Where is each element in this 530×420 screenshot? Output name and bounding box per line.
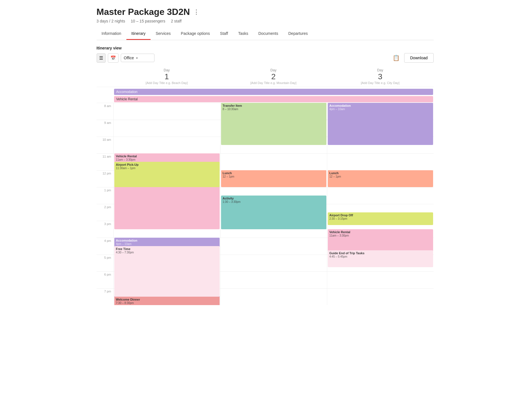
day-num-2: 2 xyxy=(220,72,327,81)
time-label: 4 pm xyxy=(97,238,113,255)
time-header-spacer xyxy=(97,68,113,85)
event-title: Transfer Item xyxy=(223,104,325,107)
calendar-icon: 📅 xyxy=(110,55,116,61)
all-day-section: Accomodation Vehicle Rental xyxy=(97,88,434,103)
time-row-bg xyxy=(220,238,327,255)
day2-col: Transfer Item8 – 10:30amLunch12 – 1pmAct… xyxy=(220,103,327,305)
time-label: 5 pm xyxy=(97,255,113,271)
day-subtitle-1: [Add Day Title e.g. Beach Day] xyxy=(113,81,220,85)
time-row-bg xyxy=(327,288,434,305)
event-title: Activity xyxy=(223,197,325,200)
time-label: 8 am xyxy=(97,103,113,120)
day1-col: Vehicle Rental11am – 3:30pmAirport Pick-… xyxy=(113,103,220,305)
time-row-bg xyxy=(114,103,220,120)
tab-departures[interactable]: Departures xyxy=(283,28,313,40)
event-time: 4pm – 10am xyxy=(116,242,132,246)
all-day-spacer xyxy=(97,88,113,96)
time-label: 1 pm xyxy=(97,187,113,204)
day-headers: Day 1 [Add Day Title e.g. Beach Day] Day… xyxy=(97,68,434,87)
tab-staff[interactable]: Staff xyxy=(215,28,233,40)
accomodation-bar[interactable]: Accomodation xyxy=(114,89,433,95)
tab-itinerary[interactable]: Itinerary xyxy=(126,28,151,40)
duration-meta: 3 days / 2 nights xyxy=(97,19,125,23)
calendar-event[interactable]: Transfer Item8 – 10:30am xyxy=(221,103,326,145)
more-menu-icon[interactable]: ⋮ xyxy=(193,8,199,16)
list-icon: ☰ xyxy=(99,55,103,61)
passengers-meta: 10 – 15 passengers xyxy=(131,19,165,23)
chevron-down-icon: ▾ xyxy=(136,56,138,60)
download-button[interactable]: Download xyxy=(404,53,433,63)
header-meta: 3 days / 2 nights 10 – 15 passengers 2 s… xyxy=(97,19,434,23)
event-title: Vehicle Rental xyxy=(329,230,431,234)
page: Master Package 3D2N ⋮ 3 days / 2 nights … xyxy=(91,0,439,312)
time-labels-col: 8 am9 am10 am11 am12 pm1 pm2 pm3 pm4 pm5… xyxy=(97,103,113,305)
event-time: 7:30 – 8:30pm xyxy=(116,301,134,305)
event-title: Lunch xyxy=(329,171,431,175)
day-label-2: Day xyxy=(220,68,327,72)
day-num-3: 3 xyxy=(327,72,434,81)
toolbar: ☰ 📅 Office ▾ 📋 Download xyxy=(97,53,434,63)
event-title: Welcome Dinner xyxy=(116,298,218,301)
calendar-event[interactable]: Lunch12 – 1pm xyxy=(328,170,433,187)
tab-bar: Information Itinerary Services Package o… xyxy=(97,28,434,40)
tab-tasks[interactable]: Tasks xyxy=(233,28,253,40)
time-row-bg xyxy=(114,120,220,137)
calendar-event[interactable]: Activity1:30 – 3:30pm xyxy=(221,196,326,229)
staff-meta: 2 staff xyxy=(171,19,181,23)
calendar-event[interactable]: Guide End of Trip Tasks4:45 – 5:45pm xyxy=(328,250,433,267)
itinerary-view-label: Itinerary view xyxy=(97,46,434,50)
office-dropdown[interactable]: Office ▾ xyxy=(121,54,154,62)
time-row-bg xyxy=(327,271,434,288)
time-row-bg xyxy=(220,255,327,271)
time-label: 10 am xyxy=(97,137,113,153)
all-day-spacer2 xyxy=(97,96,113,103)
time-grid-scroll[interactable]: 8 am9 am10 am11 am12 pm1 pm2 pm3 pm4 pm5… xyxy=(97,103,434,305)
calendar-grid: Day 1 [Add Day Title e.g. Beach Day] Day… xyxy=(97,68,434,305)
accomodation-allday-bar[interactable]: Accomodation xyxy=(113,88,434,96)
day-label-3: Day xyxy=(327,68,434,72)
list-view-button[interactable]: ☰ xyxy=(97,53,106,63)
event-title: Free Time xyxy=(116,247,218,251)
event-time: 12 – 1pm xyxy=(223,175,235,178)
clipboard-button[interactable]: 📋 xyxy=(390,53,402,62)
tab-documents[interactable]: Documents xyxy=(253,28,283,40)
time-grid: 8 am9 am10 am11 am12 pm1 pm2 pm3 pm4 pm5… xyxy=(97,103,434,305)
time-row-bg xyxy=(220,288,327,305)
event-time: 11am – 3:30pm xyxy=(329,234,349,237)
calendar-event[interactable]: Free Time4:30 – 7:30pm xyxy=(114,246,220,297)
event-title: Lunch xyxy=(223,171,325,175)
time-label: 9 am xyxy=(97,120,113,137)
event-title: Airport Pick-Up xyxy=(116,163,218,166)
event-title: Vehicle Rental xyxy=(116,155,218,158)
calendar-event[interactable]: Airport Drop Off2:30 – 3:15pm xyxy=(328,212,433,225)
time-row-bg xyxy=(327,153,434,170)
day-header-2: Day 2 [Add Day Title e.g. Mountain Day] xyxy=(220,68,327,85)
vehicle-allday-bar[interactable]: Vehicle Rental xyxy=(113,96,434,103)
event-time: 4:45 – 5:45pm xyxy=(329,255,347,258)
event-time: 4pm – 10am xyxy=(329,108,345,111)
event-time: 11am – 3:30pm xyxy=(116,158,136,161)
event-time: 8 – 10:30am xyxy=(223,108,238,111)
day3-col: Accomodation4pm – 10amLunch12 – 1pmAirpo… xyxy=(327,103,434,305)
tab-package-options[interactable]: Package options xyxy=(176,28,215,40)
event-time: 12 – 1pm xyxy=(329,175,341,178)
time-label: 3 pm xyxy=(97,221,113,238)
event-title: Airport Drop Off xyxy=(329,214,431,217)
calendar-event[interactable]: Lunch12 – 1pm xyxy=(221,170,326,187)
clipboard-icon: 📋 xyxy=(393,55,400,61)
calendar-event[interactable]: Accomodation4pm – 10am xyxy=(328,103,433,145)
vehicle-bar[interactable]: Vehicle Rental xyxy=(114,96,433,102)
day-label-1: Day xyxy=(113,68,220,72)
event-time: 11:30am – 1pm xyxy=(116,167,136,170)
day-header-1: Day 1 [Add Day Title e.g. Beach Day] xyxy=(113,68,220,85)
event-title: Accomodation xyxy=(116,239,218,242)
time-label: 12 pm xyxy=(97,170,113,187)
calendar-event[interactable]: Welcome Dinner7:30 – 8:30pm xyxy=(114,297,220,305)
tab-services[interactable]: Services xyxy=(151,28,176,40)
calendar-event[interactable]: Airport Pick-Up11:30am – 1pm xyxy=(114,162,220,187)
time-row-bg xyxy=(114,137,220,153)
tab-information[interactable]: Information xyxy=(97,28,126,40)
day-subtitle-3: [Add Day Title e.g. City Day] xyxy=(327,81,434,85)
event-title: Accomodation xyxy=(329,104,431,107)
calendar-view-button[interactable]: 📅 xyxy=(108,53,119,63)
